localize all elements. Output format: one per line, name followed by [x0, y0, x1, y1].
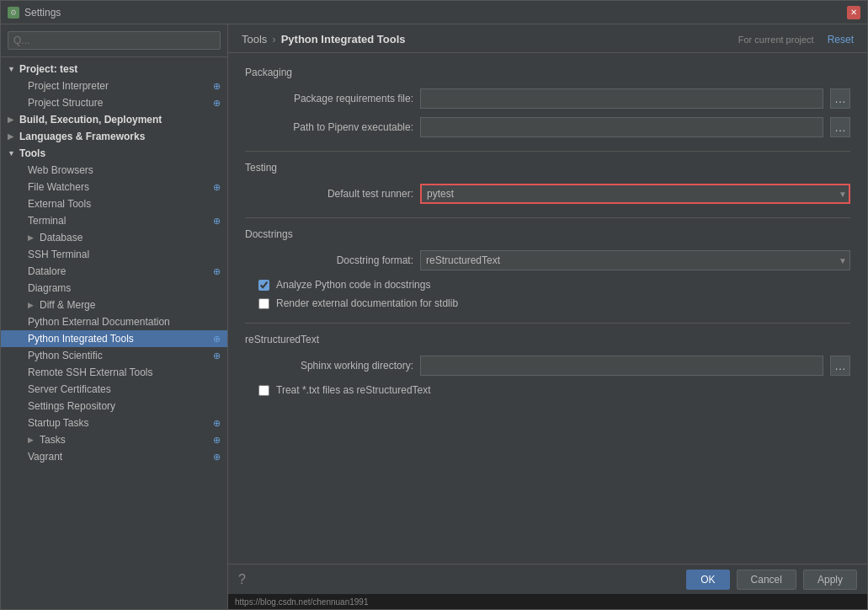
breadcrumb-separator: ›	[272, 33, 275, 45]
analyze-python-row: Analyze Python code in docstrings	[245, 279, 850, 291]
docstring-format-select[interactable]: reStructuredText Epytext Google NumPy Pl…	[420, 250, 850, 270]
panel-header: Tools › Python Integrated Tools For curr…	[228, 24, 867, 53]
close-button[interactable]: ✕	[847, 6, 860, 19]
sphinx-dir-label: Sphinx working directory:	[245, 360, 413, 372]
sidebar-item-project-interpreter[interactable]: Project Interpreter ⊕	[1, 78, 227, 94]
package-req-label: Package requirements file:	[245, 93, 413, 104]
status-bar: https://blog.csdn.net/chennuan1991	[228, 594, 867, 609]
sphinx-dir-browse-button[interactable]: …	[830, 356, 850, 376]
sidebar-item-tasks[interactable]: ▶ Tasks ⊕	[1, 431, 227, 448]
sidebar-item-label: Server Certificates	[28, 383, 111, 395]
sidebar-item-server-certs[interactable]: Server Certificates	[1, 381, 227, 398]
breadcrumb-parent: Tools	[242, 33, 267, 45]
sidebar-item-label: Database	[40, 232, 83, 243]
package-req-browse-button[interactable]: …	[830, 88, 850, 109]
apply-button[interactable]: Apply	[803, 570, 857, 590]
sidebar-item-vagrant[interactable]: Vagrant ⊕	[1, 448, 227, 465]
panel-right-info: For current project Reset	[738, 34, 854, 45]
sidebar-item-label: Python Scientific	[28, 350, 103, 361]
sidebar-item-label: Remote SSH External Tools	[28, 367, 153, 378]
treat-txt-checkbox[interactable]	[258, 385, 269, 396]
sidebar-item-build-execution[interactable]: ▶ Build, Execution, Deployment	[1, 111, 227, 128]
test-runner-select-wrapper: pytest Unittest Nosetests Twisted Trial …	[420, 184, 850, 204]
sidebar-item-datalore[interactable]: Datalore ⊕	[1, 263, 227, 280]
sidebar-item-label: Settings Repository	[28, 400, 115, 412]
sidebar-item-label: Tools	[19, 147, 45, 159]
testing-divider	[245, 151, 850, 152]
sidebar-item-file-watchers[interactable]: File Watchers ⊕	[1, 179, 227, 195]
sidebar-item-label: Python Integrated Tools	[28, 333, 134, 345]
sidebar-item-diagrams[interactable]: Diagrams	[1, 280, 227, 297]
search-input[interactable]	[8, 31, 221, 50]
sidebar-item-label: Languages & Frameworks	[19, 131, 145, 142]
sidebar-item-label: Build, Execution, Deployment	[19, 114, 162, 126]
sidebar-item-python-scientific[interactable]: Python Scientific ⊕	[1, 347, 227, 364]
sidebar-item-label: Terminal	[28, 215, 66, 227]
badge-icon: ⊕	[213, 216, 221, 227]
sidebar-item-python-integrated-tools[interactable]: Python Integrated Tools ⊕	[1, 330, 227, 347]
pipenv-input[interactable]	[420, 117, 823, 137]
sidebar-item-tools[interactable]: ▼ Tools	[1, 145, 227, 162]
sidebar-item-label: Vagrant	[28, 451, 62, 463]
sidebar-item-python-ext-doc[interactable]: Python External Documentation	[1, 313, 227, 330]
cancel-button[interactable]: Cancel	[737, 570, 796, 590]
packaging-section-title: Packaging	[245, 67, 850, 78]
ok-button[interactable]: OK	[686, 570, 729, 590]
main-content: ▼ Project: test Project Interpreter ⊕ Pr…	[1, 24, 867, 609]
sidebar-item-ssh-terminal[interactable]: SSH Terminal	[1, 246, 227, 263]
footer: ? OK Cancel Apply	[228, 564, 867, 594]
sidebar-item-startup-tasks[interactable]: Startup Tasks ⊕	[1, 415, 227, 431]
badge-icon: ⊕	[213, 452, 221, 463]
sidebar-item-project-test[interactable]: ▼ Project: test	[1, 61, 227, 78]
sidebar-item-label: Web Browsers	[28, 164, 93, 176]
footer-buttons: OK Cancel Apply	[686, 570, 857, 590]
badge-icon: ⊕	[213, 182, 221, 193]
expand-arrow-tasks: ▶	[28, 436, 36, 444]
right-panel: Tools › Python Integrated Tools For curr…	[228, 24, 867, 609]
breadcrumb: Tools › Python Integrated Tools	[242, 33, 406, 45]
sidebar-item-settings-repo[interactable]: Settings Repository	[1, 398, 227, 415]
test-runner-select[interactable]: pytest Unittest Nosetests Twisted Trial	[420, 184, 850, 204]
sidebar-item-terminal[interactable]: Terminal ⊕	[1, 212, 227, 229]
sidebar-item-web-browsers[interactable]: Web Browsers	[1, 162, 227, 179]
pipenv-label: Path to Pipenv executable:	[245, 121, 413, 133]
sidebar-item-label: Python External Documentation	[28, 316, 170, 328]
titlebar-left: ⚙ Settings	[8, 7, 61, 19]
sidebar-item-diff-merge[interactable]: ▶ Diff & Merge	[1, 297, 227, 313]
render-external-checkbox[interactable]	[258, 298, 269, 309]
sidebar-item-label: Datalore	[28, 265, 66, 277]
breadcrumb-current: Python Integrated Tools	[281, 33, 406, 45]
panel-body: Packaging Package requirements file: … P…	[228, 53, 867, 564]
render-external-row: Render external documentation for stdlib	[245, 297, 850, 309]
sidebar-item-label: File Watchers	[28, 181, 89, 193]
pipenv-browse-button[interactable]: …	[830, 117, 850, 137]
sidebar-item-project-structure[interactable]: Project Structure ⊕	[1, 94, 227, 111]
expand-arrow-database: ▶	[28, 233, 36, 242]
docstring-format-label: Docstring format:	[245, 254, 413, 266]
search-box	[1, 24, 227, 57]
badge-icon: ⊕	[213, 98, 221, 109]
status-url: https://blog.csdn.net/chennuan1991	[235, 597, 368, 607]
sidebar-item-database[interactable]: ▶ Database	[1, 229, 227, 246]
docstrings-divider	[245, 217, 850, 218]
docstring-format-row: Docstring format: reStructuredText Epyte…	[245, 250, 850, 270]
analyze-python-checkbox[interactable]	[258, 280, 269, 291]
settings-window: ⚙ Settings ✕ ▼ Project: test Project Int…	[0, 0, 868, 610]
docstrings-section-title: Docstrings	[245, 228, 850, 240]
package-req-input[interactable]	[420, 88, 823, 109]
sidebar-item-label: External Tools	[28, 198, 91, 210]
sphinx-dir-input[interactable]	[420, 356, 823, 376]
badge-icon: ⊕	[213, 418, 221, 429]
sidebar-item-languages[interactable]: ▶ Languages & Frameworks	[1, 128, 227, 145]
expand-arrow-tools: ▼	[8, 149, 16, 158]
sidebar-item-external-tools[interactable]: External Tools	[1, 195, 227, 212]
badge-icon: ⊕	[213, 266, 221, 277]
analyze-python-label: Analyze Python code in docstrings	[276, 279, 430, 291]
reset-button[interactable]: Reset	[828, 34, 854, 45]
expand-arrow-diff: ▶	[28, 301, 36, 309]
sidebar-item-remote-ssh[interactable]: Remote SSH External Tools	[1, 364, 227, 381]
help-icon[interactable]: ?	[238, 572, 246, 587]
sidebar-item-label: Project Structure	[28, 97, 103, 109]
expand-arrow-build: ▶	[8, 115, 16, 124]
sidebar-item-label: Diff & Merge	[40, 299, 95, 311]
